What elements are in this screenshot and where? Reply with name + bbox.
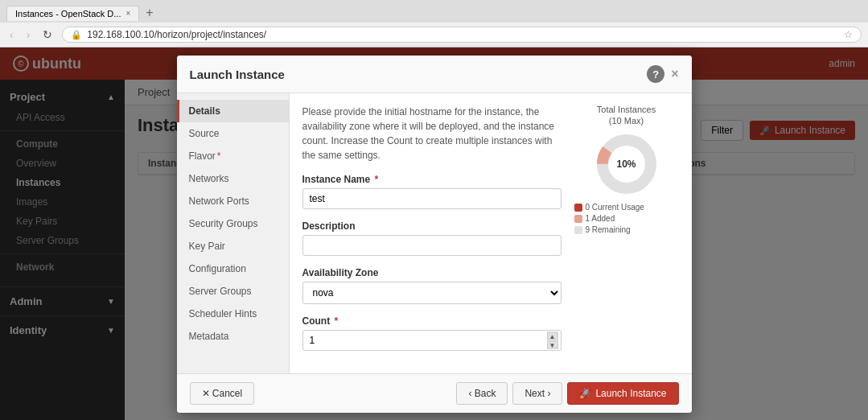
app-container: © ubuntu Default • admin ▾ admin Project… — [0, 47, 868, 420]
count-input[interactable] — [302, 330, 562, 351]
bookmark-icon[interactable]: ☆ — [844, 29, 853, 40]
forward-button[interactable]: › — [23, 27, 34, 43]
footer-right-buttons: ‹ Back Next › 🚀 Launch Instance — [456, 382, 678, 405]
browser-chrome: Instances - OpenStack D... × + ‹ › ↻ 🔒 1… — [0, 0, 868, 47]
legend-added-label: 1 Added — [586, 214, 615, 223]
modal-nav-scheduler-hints[interactable]: Scheduler Hints — [177, 303, 289, 325]
back-button[interactable]: ‹ — [6, 27, 17, 43]
url-text: 192.168.100.10/horizon/project/instances… — [87, 29, 266, 40]
availability-zone-group: Availability Zone nova — [302, 267, 562, 304]
url-bar[interactable]: 🔒 192.168.100.10/horizon/project/instanc… — [62, 27, 862, 43]
browser-tab[interactable]: Instances - OpenStack D... × — [6, 6, 139, 21]
tab-close-button[interactable]: × — [125, 9, 130, 18]
back-button[interactable]: ‹ Back — [456, 382, 508, 405]
legend-current-label: 0 Current Usage — [586, 203, 644, 212]
legend-remaining-label: 9 Remaining — [586, 225, 631, 234]
modal-footer: ✕ Cancel ‹ Back Next › 🚀 Launch Instance — [177, 373, 692, 413]
chart-area: Total Instances (10 Max) 10% — [574, 105, 679, 362]
instance-name-input[interactable] — [302, 188, 562, 209]
launch-instance-modal: Launch Instance ? × Details Source Flavo… — [177, 56, 692, 413]
availability-zone-label: Availability Zone — [302, 267, 562, 278]
launch-icon: 🚀 — [579, 388, 591, 399]
modal-nav-flavor[interactable]: Flavor* — [177, 145, 289, 167]
help-icon[interactable]: ? — [647, 65, 664, 83]
chart-title: Total Instances — [597, 105, 656, 114]
modal-nav: Details Source Flavor* Networks Network … — [177, 93, 290, 373]
description-group: Description — [302, 220, 562, 256]
modal-nav-server-groups[interactable]: Server Groups — [177, 280, 289, 303]
chart-subtitle: (10 Max) — [609, 116, 644, 126]
tab-title: Instances - OpenStack D... — [15, 9, 121, 19]
modal-nav-source[interactable]: Source — [177, 122, 289, 145]
modal-nav-metadata[interactable]: Metadata — [177, 325, 289, 348]
chart-legend: 0 Current Usage 1 Added 9 Remaining — [574, 203, 679, 237]
count-required: * — [331, 315, 338, 327]
donut-label: 10% — [616, 159, 636, 170]
modal-form: Please provide the initial hostname for … — [302, 105, 562, 362]
legend-dot-remaining — [574, 226, 582, 234]
modal-nav-key-pair[interactable]: Key Pair — [177, 235, 289, 257]
count-down-arrow[interactable]: ▼ — [547, 341, 558, 349]
count-arrows: ▲ ▼ — [547, 332, 558, 349]
instance-name-group: Instance Name * — [302, 174, 562, 209]
count-group: Count * ▲ ▼ — [302, 315, 562, 351]
count-up-arrow[interactable]: ▲ — [547, 332, 558, 340]
tab-bar: Instances - OpenStack D... × + — [0, 0, 868, 23]
legend-current: 0 Current Usage — [574, 203, 679, 212]
modal-close-button[interactable]: × — [671, 68, 678, 80]
reload-button[interactable]: ↻ — [39, 27, 56, 43]
new-tab-button[interactable]: + — [146, 6, 153, 20]
modal-body: Details Source Flavor* Networks Network … — [177, 93, 692, 373]
legend-dot-current — [574, 204, 582, 212]
modal-header: Launch Instance ? × — [177, 56, 692, 93]
count-input-wrapper: ▲ ▼ — [302, 330, 562, 351]
legend-remaining: 9 Remaining — [574, 225, 679, 234]
modal-nav-networks[interactable]: Networks — [177, 167, 289, 190]
modal-content-area: Please provide the initial hostname for … — [290, 93, 692, 373]
next-button[interactable]: Next › — [512, 382, 562, 405]
description-input[interactable] — [302, 235, 562, 256]
address-bar: ‹ › ↻ 🔒 192.168.100.10/horizon/project/i… — [0, 23, 868, 47]
modal-nav-security-groups[interactable]: Security Groups — [177, 212, 289, 235]
modal-title: Launch Instance — [190, 68, 285, 81]
legend-added: 1 Added — [574, 214, 679, 223]
count-label: Count * — [302, 315, 562, 327]
modal-nav-details[interactable]: Details — [177, 100, 289, 122]
modal-nav-network-ports[interactable]: Network Ports — [177, 190, 289, 212]
legend-dot-added — [574, 215, 582, 223]
lock-icon: 🔒 — [71, 30, 82, 40]
instance-name-label: Instance Name * — [302, 174, 562, 185]
launch-instance-button[interactable]: 🚀 Launch Instance — [567, 382, 678, 405]
modal-overlay: Launch Instance ? × Details Source Flavo… — [0, 47, 868, 420]
instance-name-required: * — [372, 174, 378, 185]
description-label: Description — [302, 220, 562, 232]
modal-nav-configuration[interactable]: Configuration — [177, 257, 289, 280]
cancel-button[interactable]: ✕ Cancel — [190, 382, 255, 405]
modal-description: Please provide the initial hostname for … — [302, 105, 562, 163]
donut-chart: 10% — [594, 132, 659, 196]
availability-zone-select[interactable]: nova — [302, 282, 562, 304]
